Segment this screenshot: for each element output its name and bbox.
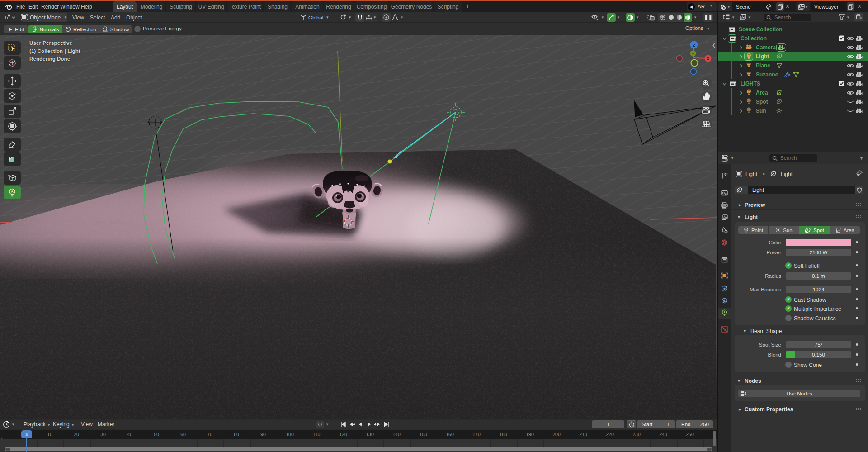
- svg-text:Z: Z: [693, 43, 695, 48]
- svg-text:Y: Y: [692, 52, 694, 56]
- svg-text:X: X: [707, 57, 709, 61]
